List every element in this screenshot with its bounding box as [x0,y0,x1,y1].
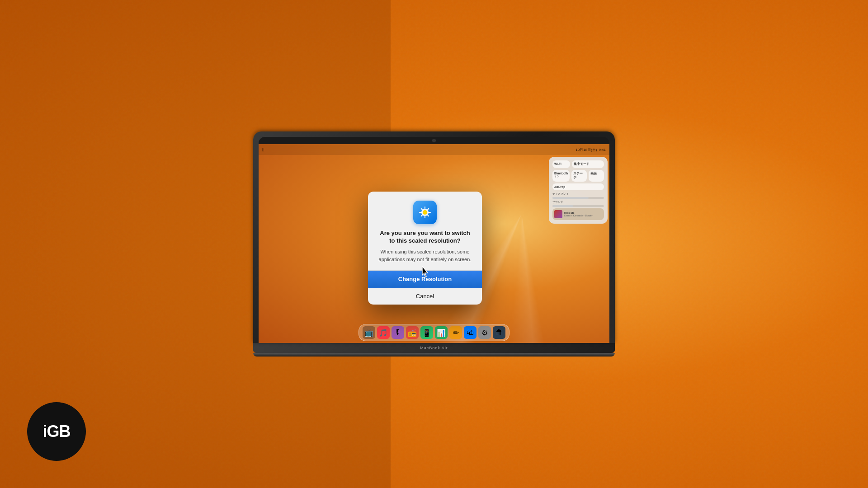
macbook-screen-bezel:  10月18日(土) 9:41 Wi-Fi 集中モード [253,131,615,343]
dialog-icon [413,201,437,224]
igb-logo: iGB [27,402,86,461]
svg-line-7 [427,215,429,216]
svg-line-9 [421,215,423,216]
macbook-camera-bar [259,137,609,144]
svg-line-8 [427,208,429,210]
change-resolution-button[interactable]: Change Resolution [368,271,482,288]
dialog-title: Are you sure you want to switch to this … [377,230,473,245]
macbook-model-name: MacBook Air [420,346,448,350]
dialog-overlay: Are you sure you want to switch to this … [259,144,609,343]
dialog-box: Are you sure you want to switch to this … [368,192,482,305]
macbook-chin: MacBook Air [253,343,615,353]
svg-line-6 [421,208,423,210]
igb-logo-text: iGB [42,422,70,441]
macbook-camera [432,139,436,142]
macbook-hinge [253,353,615,357]
dialog-buttons: Change Resolution Cancel [368,270,482,305]
macbook:  10月18日(土) 9:41 Wi-Fi 集中モード [253,131,615,357]
dialog-content: Are you sure you want to switch to this … [368,192,482,271]
svg-point-1 [423,210,427,215]
macbook-screen:  10月18日(土) 9:41 Wi-Fi 集中モード [259,144,609,343]
macbook-body:  10月18日(土) 9:41 Wi-Fi 集中モード [253,131,615,357]
dialog-message: When using this scaled resolution, some … [377,248,473,263]
cancel-button[interactable]: Cancel [368,288,482,305]
